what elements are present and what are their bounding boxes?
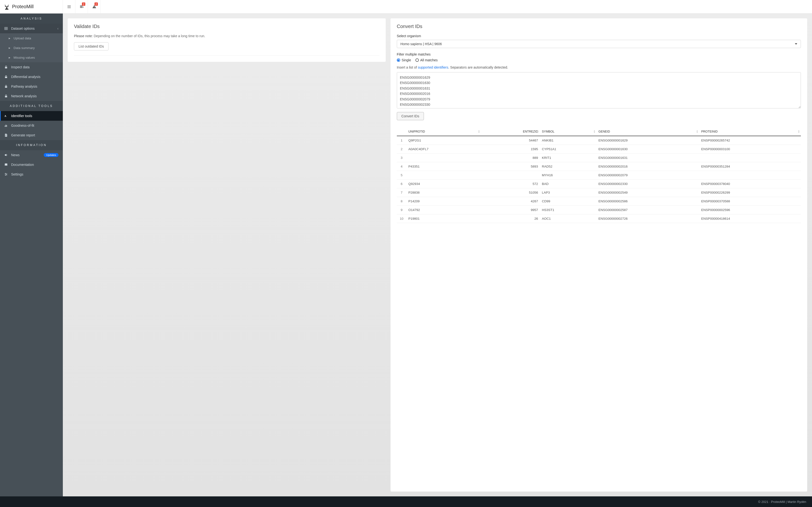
- cell-index: 5: [397, 171, 406, 180]
- cell-geneid: ENSG00000002079: [597, 171, 699, 180]
- footer-copyright: © 2021 · ProteoMill | Martin Rydén: [758, 500, 806, 504]
- svg-text:A: A: [4, 114, 6, 117]
- svg-rect-16: [5, 76, 7, 78]
- validate-panel: Validate IDs Please note: Depending on t…: [68, 18, 386, 62]
- cell-geneid: ENSG00000002016: [597, 162, 699, 171]
- sidebar-item-identifier-tools[interactable]: A Identifier tools: [0, 111, 63, 121]
- book-icon: [4, 163, 8, 166]
- lock-icon: [4, 65, 8, 69]
- cell-proteinid: ENSP00000378040: [699, 180, 801, 188]
- cell-proteinid: ENSP00000370588: [699, 197, 801, 206]
- cell-uniprotid: [406, 171, 481, 180]
- sidebar-label: Network analysis: [11, 94, 37, 98]
- cell-symbol: BAD: [540, 180, 597, 188]
- sidebar-item-missing-values[interactable]: ▸ Missing values: [0, 53, 63, 62]
- footer: © 2021 · ProteoMill | Martin Rydén: [0, 496, 812, 507]
- sidebar-item-upload-data[interactable]: ▸ Upload data: [0, 33, 63, 43]
- sidebar-item-network[interactable]: Network analysis: [0, 91, 63, 101]
- svg-rect-6: [80, 7, 83, 8]
- sidebar-item-pathway[interactable]: Pathway analysis: [0, 81, 63, 91]
- col-index[interactable]: [397, 127, 406, 136]
- svg-rect-20: [5, 125, 5, 127]
- organism-label: Select organism: [397, 34, 801, 38]
- ids-textarea[interactable]: [397, 72, 801, 108]
- svg-rect-8: [94, 6, 95, 7]
- sidebar-label: Dataset options: [11, 26, 35, 31]
- notifications-button-1[interactable]: 2: [75, 0, 88, 13]
- cell-geneid: ENSG00000002330: [597, 180, 699, 188]
- col-uniprotid[interactable]: UNIPROTID▲▼: [406, 127, 481, 136]
- lock-icon custom: [4, 95, 8, 98]
- sidebar-label: Differential analysis: [11, 75, 40, 79]
- svg-rect-0: [5, 9, 8, 9]
- note-prefix: Please note:: [74, 34, 93, 38]
- sidebar-label: Missing values: [13, 56, 35, 59]
- cell-entrezid: 4267: [481, 197, 540, 206]
- cell-uniprotid: O14792: [406, 206, 481, 214]
- cell-geneid: ENSG00000002586: [597, 197, 699, 206]
- hamburger-icon: [67, 5, 71, 9]
- col-geneid[interactable]: GENEID▲▼: [597, 127, 699, 136]
- cell-proteinid: [699, 171, 801, 180]
- radio-label: Single: [402, 58, 411, 62]
- notifications-button-2[interactable]: 2: [88, 0, 101, 13]
- sidebar-item-data-summary[interactable]: ▸ Data summary: [0, 43, 63, 53]
- chevron-left-icon: ‹: [57, 26, 58, 31]
- sidebar-item-differential[interactable]: Differential analysis: [0, 72, 63, 81]
- cell-uniprotid: P43351: [406, 162, 481, 171]
- svg-rect-25: [5, 136, 6, 136]
- radio-single[interactable]: Single: [397, 58, 411, 62]
- updates-badge: Updates: [44, 153, 58, 157]
- cell-uniprotid: A0A0C4DFL7: [406, 145, 481, 154]
- cell-entrezid: 54467: [481, 136, 540, 145]
- organism-select[interactable]: Homo sapiens | HSA | 9606: [397, 40, 801, 48]
- svg-point-29: [6, 174, 7, 175]
- cell-index: 3: [397, 154, 406, 162]
- sidebar-item-documentation[interactable]: Documentation: [0, 160, 63, 169]
- logo-area[interactable]: ProteoMill: [0, 0, 63, 13]
- sidebar-label: Settings: [11, 172, 23, 176]
- badge-count-1: 2: [82, 2, 85, 6]
- cell-uniprotid: P14209: [406, 197, 481, 206]
- convert-title: Convert IDs: [397, 24, 801, 29]
- app-name: ProteoMill: [12, 4, 34, 9]
- supported-identifiers-link[interactable]: supported identifiers: [418, 65, 448, 69]
- cell-proteinid: ENSP00000003100: [699, 145, 801, 154]
- cell-index: 8: [397, 197, 406, 206]
- sidebar-item-generate-report[interactable]: Generate report: [0, 130, 63, 140]
- cell-entrezid: 572: [481, 180, 540, 188]
- bullhorn-icon: [4, 153, 8, 157]
- col-entrezid[interactable]: ENTREZID▲▼: [481, 127, 540, 136]
- convert-ids-button[interactable]: Convert IDs: [397, 112, 424, 120]
- main-content: Validate IDs Please note: Depending on t…: [63, 13, 812, 496]
- cell-index: 1: [397, 136, 406, 145]
- sidebar-label: Inspect data: [11, 65, 30, 69]
- caret-right-icon: ▸: [9, 46, 10, 50]
- cell-entrezid: 9957: [481, 206, 540, 214]
- results-table: UNIPROTID▲▼ ENTREZID▲▼ SYMBOL▲▼ GENEID▲▼…: [397, 127, 801, 223]
- list-outdated-button[interactable]: List outdated IDs: [74, 42, 108, 50]
- sidebar-item-news[interactable]: News Updates: [0, 150, 63, 160]
- svg-rect-22: [6, 125, 7, 127]
- col-proteinid[interactable]: PROTEINID▲▼: [699, 127, 801, 136]
- cell-uniprotid: P19801: [406, 214, 481, 223]
- cell-uniprotid: P28838: [406, 188, 481, 197]
- sidebar-item-settings[interactable]: Settings: [0, 169, 63, 179]
- svg-rect-10: [5, 27, 7, 30]
- col-symbol[interactable]: SYMBOL▲▼: [540, 127, 597, 136]
- svg-marker-7: [83, 6, 84, 8]
- sidebar-item-dataset-options[interactable]: Dataset options ‹: [0, 24, 63, 33]
- cell-geneid: ENSG00000002726: [597, 214, 699, 223]
- table-icon: [4, 27, 8, 30]
- cell-uniprotid: Q92934: [406, 180, 481, 188]
- radio-all-matches[interactable]: All matches: [415, 58, 438, 62]
- menu-toggle-button[interactable]: [63, 0, 75, 13]
- badge-count-2: 2: [95, 2, 98, 6]
- sidebar-label: Goodness-of-fit: [11, 124, 34, 127]
- radio-label: All matches: [420, 58, 438, 62]
- sidebar-item-inspect-data[interactable]: Inspect data: [0, 62, 63, 72]
- sidebar-label: News: [11, 153, 44, 157]
- cell-entrezid: 26: [481, 214, 540, 223]
- sidebar-item-goodness[interactable]: Goodness-of-fit: [0, 121, 63, 130]
- caret-down-icon: [795, 43, 797, 45]
